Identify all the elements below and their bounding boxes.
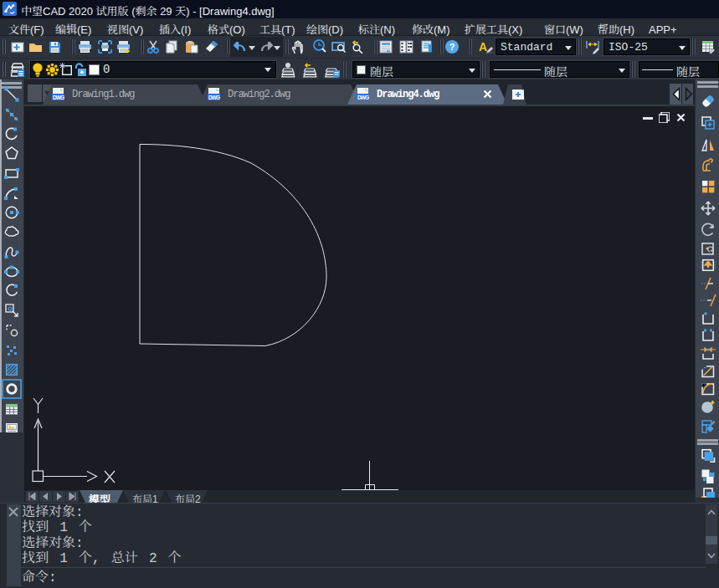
svg-text:DWG: DWG [357, 95, 369, 100]
svg-text:DWG: DWG [208, 95, 220, 100]
svg-text:?: ? [449, 42, 455, 52]
svg-text:A: A [479, 40, 487, 54]
svg-text:DWG: DWG [53, 95, 64, 100]
